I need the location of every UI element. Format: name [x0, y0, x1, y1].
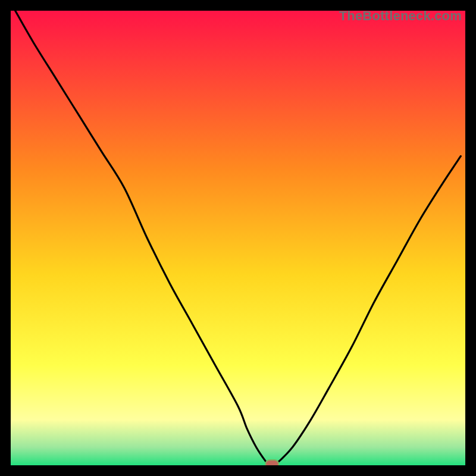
watermark-text: TheBottleneck.com [339, 8, 462, 24]
chart-frame: TheBottleneck.com [0, 0, 476, 476]
gradient-background [11, 11, 465, 465]
optimum-marker [265, 460, 278, 465]
bottleneck-chart [11, 11, 465, 465]
